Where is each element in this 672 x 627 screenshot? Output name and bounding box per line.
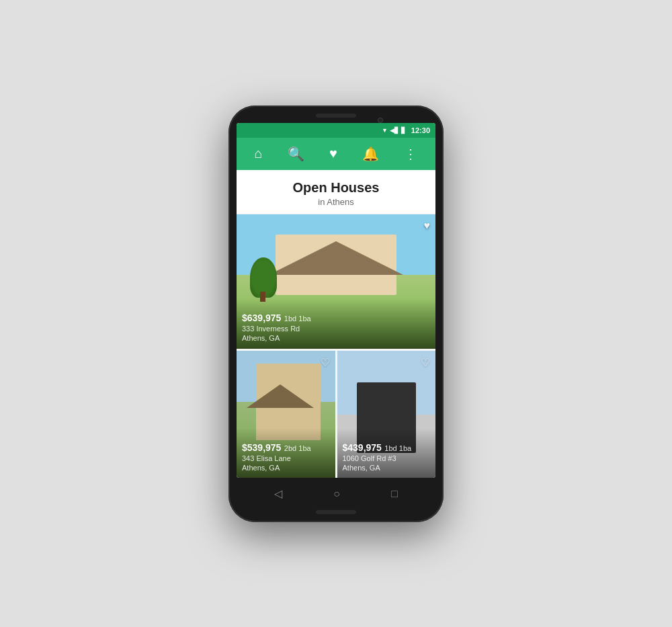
phone-screen: ▼ ◀▊ ▊ 12:30 ⌂ 🔍 ♥ 🔔 ⋮: [237, 123, 435, 478]
wifi-icon: ▼: [382, 127, 388, 134]
listing-specs: 1bd 1ba: [384, 444, 411, 452]
status-icons: ▼ ◀▊ ▊: [382, 127, 406, 134]
listing-specs: 1bd 1ba: [284, 315, 311, 323]
listing-address: 1060 Golf Rd #3 Athens, GA: [343, 454, 431, 473]
nav-search-button[interactable]: 🔍: [282, 143, 310, 165]
speaker-top: [316, 114, 356, 118]
battery-icon: ▊: [401, 127, 406, 134]
favorite-button[interactable]: ♡: [321, 356, 330, 369]
favorite-button[interactable]: ♥: [424, 220, 431, 232]
hardware-nav-area: ◁ ○ □: [234, 482, 438, 514]
listing-specs: 2bd 1ba: [284, 444, 311, 452]
home-button[interactable]: ○: [333, 488, 340, 500]
menu-icon: ⋮: [404, 146, 417, 162]
listing-overlay: $439,975 1bd 1ba 1060 Golf Rd #3 Athens,…: [337, 428, 436, 478]
hardware-nav-bar: ◁ ○ □: [249, 482, 423, 506]
listing-price: $539,975: [242, 442, 281, 453]
recents-button[interactable]: □: [391, 488, 398, 500]
signal-icon: ◀▊: [390, 127, 399, 134]
listing-address-line1: 333 Inverness Rd: [242, 324, 430, 333]
listing-item[interactable]: ♥ $639,975 1bd 1ba 333 Inverness Rd Athe…: [237, 214, 435, 349]
speaker-bottom: [316, 510, 356, 514]
page-subtitle: in Athens: [237, 197, 435, 207]
listing-address-line1: 1060 Golf Rd #3: [343, 454, 431, 463]
page-title: Open Houses: [237, 179, 435, 196]
nav-favorites-button[interactable]: ♥: [324, 143, 343, 164]
favorite-button[interactable]: ♡: [421, 356, 430, 369]
listing-overlay: $639,975 1bd 1ba 333 Inverness Rd Athens…: [237, 298, 435, 349]
listing-price-specs: $439,975 1bd 1ba: [343, 442, 431, 454]
listing-overlay: $539,975 2bd 1ba 343 Elisa Lane Athens, …: [237, 428, 335, 478]
listing-address-line1: 343 Elisa Lane: [242, 454, 330, 463]
back-button[interactable]: ◁: [274, 487, 282, 500]
search-icon: 🔍: [288, 146, 304, 162]
listing-item[interactable]: ♡ $439,975 1bd 1ba 1060 Golf Rd #3 Athen…: [337, 351, 436, 478]
tree-trunk: [260, 292, 265, 302]
front-camera: [378, 118, 383, 123]
listing-address-line2: Athens, GA: [343, 463, 431, 472]
listing-address-line2: Athens, GA: [242, 333, 430, 343]
status-time: 12:30: [411, 126, 430, 134]
phone-frame: ▼ ◀▊ ▊ 12:30 ⌂ 🔍 ♥ 🔔 ⋮: [228, 106, 444, 522]
heart-icon: ♥: [329, 146, 337, 161]
nav-alerts-button[interactable]: 🔔: [357, 143, 384, 165]
listing-address-line2: Athens, GA: [242, 463, 330, 472]
listing-price-specs: $539,975 2bd 1ba: [242, 442, 330, 454]
status-bar: ▼ ◀▊ ▊ 12:30: [237, 123, 435, 138]
page-header: Open Houses in Athens: [237, 170, 435, 214]
bell-icon: 🔔: [362, 146, 379, 162]
home-icon: ⌂: [255, 146, 263, 161]
listings-container[interactable]: ♥ $639,975 1bd 1ba 333 Inverness Rd Athe…: [237, 214, 435, 478]
nav-home-button[interactable]: ⌂: [249, 143, 268, 164]
listing-item[interactable]: ♡ $539,975 2bd 1ba 343 Elisa Lane Athens…: [237, 351, 335, 478]
nav-menu-button[interactable]: ⋮: [398, 143, 423, 165]
nav-bar: ⌂ 🔍 ♥ 🔔 ⋮: [237, 138, 435, 170]
listing-row: ♡ $539,975 2bd 1ba 343 Elisa Lane Athens…: [237, 351, 435, 478]
listing-price: $439,975: [343, 442, 382, 453]
listing-address: 343 Elisa Lane Athens, GA: [242, 454, 330, 473]
listing-address: 333 Inverness Rd Athens, GA: [242, 324, 430, 343]
listing-price-specs: $639,975 1bd 1ba: [242, 312, 430, 324]
listing-price: $639,975: [242, 312, 281, 323]
